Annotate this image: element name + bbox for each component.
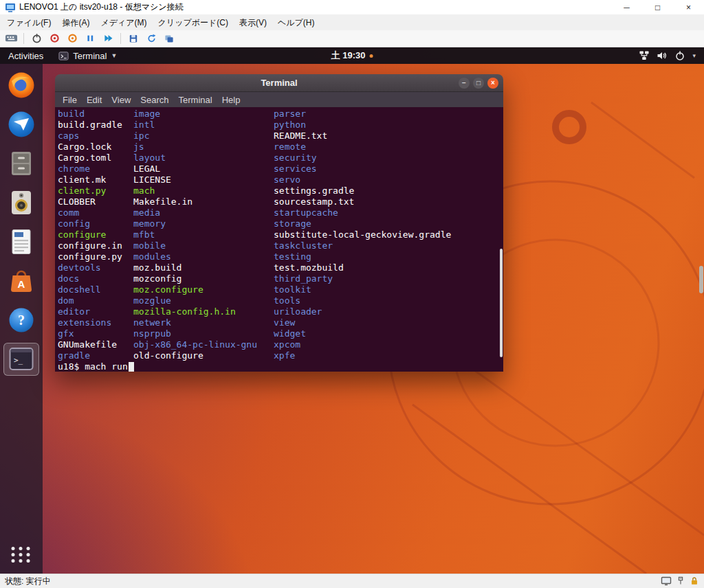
hyperv-titlebar: LENOVO1 上の itsv20-u18 - 仮想マシン接続 ─ □ ×: [0, 0, 704, 15]
menu-view[interactable]: 表示(V): [234, 15, 272, 30]
clock-button[interactable]: 土 19:30: [331, 47, 373, 64]
file-entry-startupcache: startupcache: [274, 207, 503, 218]
terminal-mini-icon: [58, 51, 69, 61]
terminal-close-button[interactable]: ×: [487, 78, 498, 89]
appmenu-terminal[interactable]: Terminal ▼: [52, 47, 124, 64]
close-button[interactable]: ×: [673, 0, 704, 14]
show-applications-button[interactable]: [12, 547, 32, 563]
vm-scrollbar-thumb[interactable]: [699, 266, 703, 293]
clock-label: 土 19:30: [331, 49, 366, 62]
terminal-menu-view[interactable]: View: [107, 92, 135, 107]
file-entry-security: security: [274, 152, 503, 163]
file-entry-README.txt: README.txt: [274, 131, 503, 142]
chevron-down-icon: ▾: [692, 52, 696, 59]
firefox-icon: [7, 71, 36, 100]
file-entry-Cargo.toml: Cargo.toml: [58, 152, 133, 163]
file-entry-parser: parser: [274, 109, 503, 120]
terminal-menu-file[interactable]: File: [58, 92, 82, 107]
dock-item-rhythmbox[interactable]: [3, 186, 39, 219]
vm-display: Activities Terminal ▼ 土 19:30: [0, 47, 704, 574]
network-icon: [639, 50, 650, 61]
svg-text:>_: >_: [14, 356, 23, 365]
power-icon: [674, 50, 685, 61]
notification-dot: [369, 54, 373, 58]
terminal-menu-help[interactable]: Help: [217, 92, 245, 107]
listing-column-3: parserpythonREADME.txtremotesecurityserv…: [274, 109, 503, 361]
chevron-down-icon: ▼: [111, 52, 117, 59]
appmenu-label: Terminal: [73, 51, 107, 61]
volume-icon: [657, 50, 668, 61]
pause-icon[interactable]: [82, 32, 98, 45]
terminal-menu-search[interactable]: Search: [135, 92, 173, 107]
terminal-menu-terminal[interactable]: Terminal: [174, 92, 217, 107]
file-entry-toolkit: toolkit: [274, 284, 503, 295]
file-entry-moz.build: moz.build: [133, 262, 274, 273]
file-entry-media: media: [133, 207, 274, 218]
dock-item-ubuntu-software[interactable]: A: [3, 264, 39, 297]
dock-item-firefox[interactable]: [3, 69, 39, 102]
file-entry-Cargo.lock: Cargo.lock: [58, 142, 133, 152]
file-entry-servo: servo: [274, 174, 503, 185]
file-entry-build.gradle: build.gradle: [58, 120, 133, 131]
file-entry-LICENSE: LICENSE: [133, 174, 274, 185]
terminal-listing: buildbuild.gradlecapsCargo.lockCargo.tom…: [58, 109, 503, 361]
file-entry-sourcestamp.txt: sourcestamp.txt: [274, 196, 503, 207]
dock-item-thunderbird[interactable]: [3, 108, 39, 141]
terminal-icon: >_: [7, 345, 36, 374]
ctrl-alt-del-icon[interactable]: [3, 32, 19, 45]
file-entry-mfbt: mfbt: [133, 229, 274, 240]
menu-action[interactable]: 操作(A): [56, 15, 95, 30]
minimize-button[interactable]: ─: [611, 0, 642, 14]
dock-item-help[interactable]: ?: [3, 304, 39, 337]
file-entry-devtools: devtools: [58, 262, 133, 273]
shut-down-icon[interactable]: [65, 32, 80, 45]
terminal-minimize-button[interactable]: −: [459, 78, 470, 89]
start-icon[interactable]: [100, 32, 116, 45]
file-entry-xpcom: xpcom: [274, 339, 503, 350]
file-entry-LEGAL: LEGAL: [133, 163, 274, 174]
menu-media[interactable]: メディア(M): [95, 15, 152, 30]
terminal-titlebar[interactable]: Terminal − □ ×: [55, 74, 503, 92]
revert-icon[interactable]: [144, 32, 159, 45]
terminal-menubar: File Edit View Search Terminal Help: [55, 92, 503, 107]
turn-off-icon[interactable]: [47, 32, 62, 45]
file-entry-config: config: [58, 218, 133, 229]
file-entry-widget: widget: [274, 328, 503, 339]
file-entry-view: view: [274, 317, 503, 328]
file-entry-mach: mach: [133, 185, 274, 196]
terminal-menu-edit[interactable]: Edit: [82, 92, 107, 107]
terminal-maximize-button[interactable]: □: [473, 78, 484, 89]
power-icon[interactable]: [29, 32, 44, 45]
terminal-content[interactable]: buildbuild.gradlecapsCargo.lockCargo.tom…: [55, 107, 503, 372]
maximize-button[interactable]: □: [642, 0, 673, 14]
thunderbird-icon: [7, 110, 36, 139]
dock: A ? >_: [0, 64, 43, 574]
file-entry-js: js: [133, 142, 274, 152]
menu-help[interactable]: ヘルプ(H): [272, 15, 320, 30]
file-entry-build: build: [58, 109, 133, 120]
hyperv-menubar: ファイル(F) 操作(A) メディア(M) クリップボード(C) 表示(V) ヘ…: [0, 15, 704, 30]
activities-button[interactable]: Activities: [0, 47, 52, 64]
files-icon: [7, 149, 36, 178]
save-icon[interactable]: [126, 32, 141, 45]
file-entry-modules: modules: [133, 251, 274, 262]
help-icon: ?: [7, 306, 36, 335]
checkpoint-icon[interactable]: [162, 32, 177, 45]
libreoffice-writer-icon: [7, 227, 36, 256]
terminal-scrollbar-thumb[interactable]: [500, 249, 503, 357]
dock-item-files[interactable]: [3, 147, 39, 180]
system-status-area[interactable]: ▾: [630, 47, 704, 64]
menu-file[interactable]: ファイル(F): [1, 15, 56, 30]
file-entry-mozilla-config.h.in: mozilla-config.h.in: [133, 306, 274, 317]
file-entry-dom: dom: [58, 295, 133, 306]
menu-clipboard[interactable]: クリップボード(C): [153, 15, 234, 30]
file-entry-layout: layout: [133, 152, 274, 163]
file-entry-nsprpub: nsprpub: [133, 328, 274, 339]
file-entry-tools: tools: [274, 295, 503, 306]
dock-item-libreoffice-writer[interactable]: [3, 225, 39, 258]
gnome-top-bar: Activities Terminal ▼ 土 19:30: [0, 47, 704, 64]
display-icon: [661, 576, 672, 587]
vm-status-text: 状態: 実行中: [5, 576, 51, 587]
dock-item-terminal[interactable]: >_: [3, 343, 39, 376]
file-entry-gradle: gradle: [58, 350, 133, 361]
